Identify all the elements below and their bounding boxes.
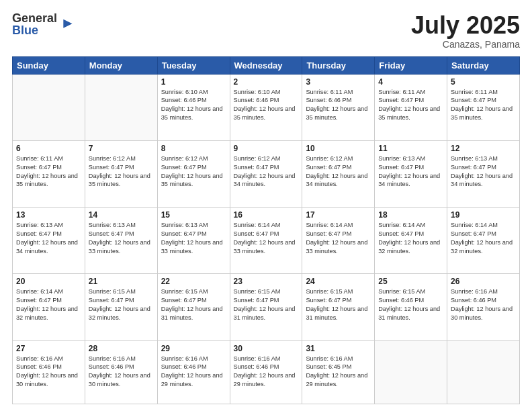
day-info: Sunrise: 6:11 AM Sunset: 6:47 PM Dayligh… <box>378 88 443 123</box>
calendar-cell: 7Sunrise: 6:12 AM Sunset: 6:47 PM Daylig… <box>85 140 157 207</box>
day-info: Sunrise: 6:14 AM Sunset: 6:47 PM Dayligh… <box>306 221 371 256</box>
calendar-table: Sunday Monday Tuesday Wednesday Thursday… <box>12 56 520 404</box>
day-number: 21 <box>89 277 154 286</box>
calendar-cell: 29Sunrise: 6:16 AM Sunset: 6:46 PM Dayli… <box>157 340 230 404</box>
calendar-cell <box>375 340 447 404</box>
calendar-cell: 8Sunrise: 6:12 AM Sunset: 6:47 PM Daylig… <box>157 140 230 207</box>
day-number: 16 <box>234 210 299 220</box>
day-info: Sunrise: 6:15 AM Sunset: 6:47 PM Dayligh… <box>161 287 226 322</box>
day-info: Sunrise: 6:12 AM Sunset: 6:47 PM Dayligh… <box>161 154 226 189</box>
day-number: 17 <box>306 210 371 220</box>
week-row-1: 1Sunrise: 6:10 AM Sunset: 6:46 PM Daylig… <box>13 74 520 140</box>
calendar-cell: 17Sunrise: 6:14 AM Sunset: 6:47 PM Dayli… <box>302 208 375 274</box>
calendar-cell <box>85 74 157 140</box>
day-info: Sunrise: 6:13 AM Sunset: 6:47 PM Dayligh… <box>378 154 443 189</box>
calendar-cell: 14Sunrise: 6:13 AM Sunset: 6:47 PM Dayli… <box>85 208 157 274</box>
logo-text: General Blue <box>12 12 57 36</box>
day-info: Sunrise: 6:11 AM Sunset: 6:46 PM Dayligh… <box>306 88 371 123</box>
day-info: Sunrise: 6:16 AM Sunset: 6:46 PM Dayligh… <box>451 287 516 322</box>
day-info: Sunrise: 6:14 AM Sunset: 6:47 PM Dayligh… <box>378 221 443 256</box>
day-number: 8 <box>161 144 226 153</box>
day-number: 27 <box>16 344 81 353</box>
day-info: Sunrise: 6:14 AM Sunset: 6:47 PM Dayligh… <box>451 221 516 256</box>
week-row-2: 6Sunrise: 6:11 AM Sunset: 6:47 PM Daylig… <box>13 140 520 207</box>
day-number: 29 <box>161 344 226 353</box>
day-number: 18 <box>378 210 443 220</box>
calendar-cell: 20Sunrise: 6:14 AM Sunset: 6:47 PM Dayli… <box>13 274 85 340</box>
calendar-cell: 28Sunrise: 6:16 AM Sunset: 6:46 PM Dayli… <box>85 340 157 404</box>
week-row-4: 20Sunrise: 6:14 AM Sunset: 6:47 PM Dayli… <box>13 274 520 340</box>
header-saturday: Saturday <box>447 56 520 74</box>
calendar-cell: 1Sunrise: 6:10 AM Sunset: 6:46 PM Daylig… <box>157 74 230 140</box>
calendar-cell: 9Sunrise: 6:12 AM Sunset: 6:47 PM Daylig… <box>230 140 302 207</box>
day-info: Sunrise: 6:13 AM Sunset: 6:47 PM Dayligh… <box>451 154 516 189</box>
week-row-5: 27Sunrise: 6:16 AM Sunset: 6:46 PM Dayli… <box>13 340 520 404</box>
calendar-cell <box>13 74 85 140</box>
calendar-cell: 5Sunrise: 6:11 AM Sunset: 6:47 PM Daylig… <box>447 74 520 140</box>
day-number: 28 <box>89 344 154 353</box>
day-number: 19 <box>451 210 516 220</box>
svg-marker-0 <box>63 19 72 28</box>
calendar-cell: 22Sunrise: 6:15 AM Sunset: 6:47 PM Dayli… <box>157 274 230 340</box>
day-info: Sunrise: 6:16 AM Sunset: 6:46 PM Dayligh… <box>234 355 299 390</box>
day-info: Sunrise: 6:15 AM Sunset: 6:46 PM Dayligh… <box>378 287 443 322</box>
calendar-cell: 30Sunrise: 6:16 AM Sunset: 6:46 PM Dayli… <box>230 340 302 404</box>
day-number: 6 <box>16 144 81 153</box>
day-number: 11 <box>378 144 443 153</box>
day-info: Sunrise: 6:16 AM Sunset: 6:46 PM Dayligh… <box>161 355 226 390</box>
calendar-cell: 26Sunrise: 6:16 AM Sunset: 6:46 PM Dayli… <box>447 274 520 340</box>
calendar-cell: 23Sunrise: 6:15 AM Sunset: 6:47 PM Dayli… <box>230 274 302 340</box>
day-number: 24 <box>306 277 371 286</box>
calendar-cell: 19Sunrise: 6:14 AM Sunset: 6:47 PM Dayli… <box>447 208 520 274</box>
day-number: 31 <box>306 344 371 353</box>
calendar-cell: 11Sunrise: 6:13 AM Sunset: 6:47 PM Dayli… <box>375 140 447 207</box>
header: General Blue July 2025 Canazas, Panama <box>12 12 520 50</box>
calendar-cell: 15Sunrise: 6:13 AM Sunset: 6:47 PM Dayli… <box>157 208 230 274</box>
day-number: 2 <box>234 77 299 87</box>
calendar-cell: 2Sunrise: 6:10 AM Sunset: 6:46 PM Daylig… <box>230 74 302 140</box>
day-number: 26 <box>451 277 516 286</box>
day-info: Sunrise: 6:13 AM Sunset: 6:47 PM Dayligh… <box>161 221 226 256</box>
calendar-cell: 25Sunrise: 6:15 AM Sunset: 6:46 PM Dayli… <box>375 274 447 340</box>
title-block: July 2025 Canazas, Panama <box>411 12 520 50</box>
day-number: 23 <box>234 277 299 286</box>
day-info: Sunrise: 6:10 AM Sunset: 6:46 PM Dayligh… <box>161 88 226 123</box>
calendar-cell: 31Sunrise: 6:16 AM Sunset: 6:45 PM Dayli… <box>302 340 375 404</box>
logo: General Blue <box>12 12 73 36</box>
day-info: Sunrise: 6:16 AM Sunset: 6:46 PM Dayligh… <box>89 355 154 390</box>
day-number: 20 <box>16 277 81 286</box>
day-number: 14 <box>89 210 154 220</box>
day-number: 10 <box>306 144 371 153</box>
calendar-cell: 3Sunrise: 6:11 AM Sunset: 6:46 PM Daylig… <box>302 74 375 140</box>
subtitle: Canazas, Panama <box>411 39 520 50</box>
calendar-cell: 6Sunrise: 6:11 AM Sunset: 6:47 PM Daylig… <box>13 140 85 207</box>
calendar-cell: 16Sunrise: 6:14 AM Sunset: 6:47 PM Dayli… <box>230 208 302 274</box>
day-info: Sunrise: 6:14 AM Sunset: 6:47 PM Dayligh… <box>16 287 81 322</box>
day-number: 22 <box>161 277 226 286</box>
day-number: 25 <box>378 277 443 286</box>
day-info: Sunrise: 6:15 AM Sunset: 6:47 PM Dayligh… <box>306 287 371 322</box>
day-info: Sunrise: 6:16 AM Sunset: 6:45 PM Dayligh… <box>306 355 371 390</box>
header-friday: Friday <box>375 56 447 74</box>
header-monday: Monday <box>85 56 157 74</box>
logo-general: General <box>12 12 57 24</box>
calendar-cell: 10Sunrise: 6:12 AM Sunset: 6:47 PM Dayli… <box>302 140 375 207</box>
header-tuesday: Tuesday <box>157 56 230 74</box>
calendar-cell: 4Sunrise: 6:11 AM Sunset: 6:47 PM Daylig… <box>375 74 447 140</box>
header-thursday: Thursday <box>302 56 375 74</box>
day-info: Sunrise: 6:10 AM Sunset: 6:46 PM Dayligh… <box>234 88 299 123</box>
header-wednesday: Wednesday <box>230 56 302 74</box>
day-number: 4 <box>378 77 443 87</box>
calendar-cell <box>447 340 520 404</box>
week-row-3: 13Sunrise: 6:13 AM Sunset: 6:47 PM Dayli… <box>13 208 520 274</box>
day-info: Sunrise: 6:11 AM Sunset: 6:47 PM Dayligh… <box>16 154 81 189</box>
calendar-cell: 24Sunrise: 6:15 AM Sunset: 6:47 PM Dayli… <box>302 274 375 340</box>
day-number: 3 <box>306 77 371 87</box>
logo-icon <box>58 17 73 32</box>
day-number: 1 <box>161 77 226 87</box>
header-sunday: Sunday <box>13 56 85 74</box>
day-info: Sunrise: 6:12 AM Sunset: 6:47 PM Dayligh… <box>306 154 371 189</box>
day-info: Sunrise: 6:15 AM Sunset: 6:47 PM Dayligh… <box>234 287 299 322</box>
day-number: 12 <box>451 144 516 153</box>
day-number: 9 <box>234 144 299 153</box>
